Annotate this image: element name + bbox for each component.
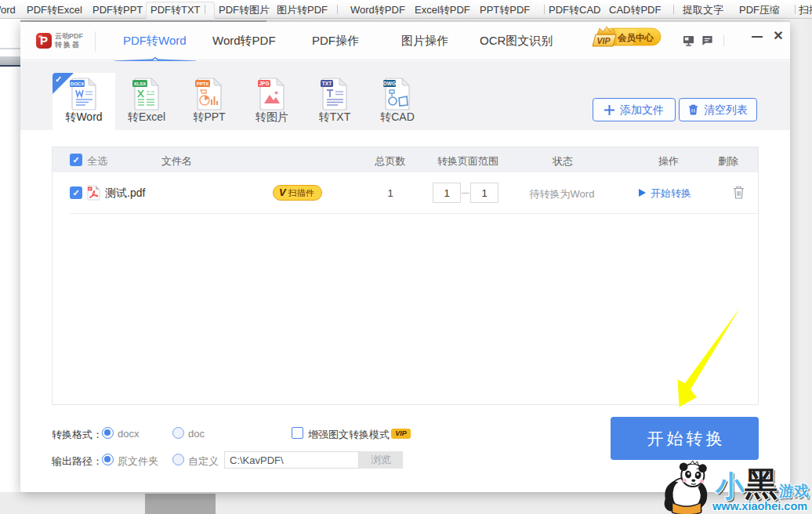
file-name: 测试.pdf — [105, 186, 145, 201]
nav-item[interactable]: PDF转Word — [0, 3, 16, 17]
image-file-icon: JPG — [258, 76, 286, 110]
radio-docx-label[interactable]: docx — [118, 428, 139, 440]
select-all-checkbox[interactable]: ✓ — [70, 154, 82, 166]
col-pages: 总页数 — [375, 154, 406, 168]
background-page-left — [0, 19, 20, 492]
background-page-right — [790, 19, 812, 492]
watermark-word3: 游戏 — [779, 481, 809, 501]
col-filename: 文件名 — [161, 154, 192, 168]
tab-pdf-operations[interactable]: PDF操作 — [312, 34, 359, 49]
minimize-button[interactable] — [749, 26, 766, 46]
nav-item[interactable]: PPT转PDF — [480, 3, 530, 17]
app-window: P 云动PDF 转换器 PDF转Word Word转PDF PDF操作 图片操作… — [20, 22, 790, 492]
browse-button[interactable]: 浏览 — [359, 451, 403, 469]
nav-item[interactable]: Excel转PDF — [415, 3, 470, 17]
output-path-label: 输出路径： — [52, 454, 103, 469]
format-tab-cad[interactable]: DWG 转CAD — [366, 61, 429, 130]
nav-item[interactable]: CAD转PDF — [609, 3, 661, 17]
format-strip: ✓ DOCX 转Word XLSX 转Excel — [20, 61, 790, 130]
vip-member-button[interactable]: 会员中心 VIP — [590, 24, 662, 49]
nav-item[interactable]: PDF转TXT — [150, 3, 201, 17]
tab-ocr[interactable]: OCR图文识别 — [480, 34, 553, 49]
nav-separator — [337, 5, 338, 14]
file-tag-label: JPG — [259, 81, 269, 86]
close-button[interactable]: ✕ — [770, 26, 787, 46]
trash-icon — [688, 104, 698, 115]
radio-original-folder[interactable] — [102, 454, 114, 465]
app-logo-text: 云动PDF 转换器 — [55, 32, 83, 49]
format-tab-txt[interactable]: TXT 转TXT — [303, 61, 366, 130]
pdf-file-icon: P — [87, 185, 100, 201]
select-all-label: 全选 — [87, 154, 107, 168]
tab-word-to-pdf[interactable]: Word转PDF — [212, 34, 276, 49]
format-tab-word[interactable]: ✓ DOCX 转Word — [53, 61, 115, 130]
radio-custom[interactable] — [172, 454, 184, 465]
vip-tag: VIP — [391, 429, 411, 439]
tab-image-operations[interactable]: 图片操作 — [401, 34, 448, 49]
radio-custom-label[interactable]: 自定义 — [188, 454, 219, 469]
radio-doc[interactable] — [172, 427, 184, 439]
radio-doc-label[interactable]: doc — [188, 428, 205, 440]
txt-file-icon: TXT — [321, 76, 349, 110]
excel-file-icon: XLSX — [132, 76, 161, 110]
row-checkbox[interactable]: ✓ — [70, 186, 82, 199]
range-from-input[interactable] — [433, 183, 461, 203]
nav-item[interactable]: 图片转PDF — [277, 3, 328, 17]
ppt-file-icon: PPTX — [195, 76, 223, 110]
add-files-button[interactable]: 添加文件 — [593, 98, 676, 121]
format-tab-image[interactable]: JPG 转图片 — [241, 61, 303, 130]
nav-separator — [205, 5, 205, 14]
nav-item[interactable]: PDF转CAD — [549, 3, 600, 17]
cad-file-icon: DWG — [383, 76, 411, 110]
file-table: ✓ 全选 文件名 总页数 转换页面范围 状态 操作 删除 ✓ P 测试.pdf … — [52, 147, 759, 405]
logo-cloud-icon — [38, 35, 42, 38]
logo-line1: 云动PDF — [55, 32, 83, 41]
nav-item[interactable]: PDF转PPT — [92, 3, 143, 17]
clear-list-button[interactable]: 清空列表 — [679, 98, 757, 121]
nav-item[interactable]: PDF转Excel — [27, 3, 82, 17]
range-dash — [462, 193, 469, 194]
delete-row-icon[interactable] — [733, 186, 745, 199]
table-row: ✓ P 测试.pdf V扫描件 1 待转换为Word 开始转换 — [53, 172, 758, 214]
range-to-input[interactable] — [470, 183, 498, 203]
divider — [723, 35, 724, 46]
radio-original-folder-label[interactable]: 原文件夹 — [118, 454, 158, 469]
file-tag-label: TXT — [322, 81, 332, 86]
col-action: 操作 — [658, 154, 679, 168]
nav-item[interactable]: 扫描件转换 — [799, 3, 812, 17]
tab-pdf-to-word[interactable]: PDF转Word — [123, 34, 187, 49]
format-tab-ppt[interactable]: PPTX 转PPT — [178, 61, 241, 130]
watermark-url: www.xiaohei.com — [712, 500, 807, 512]
message-icon[interactable] — [701, 34, 713, 46]
col-status: 状态 — [553, 154, 573, 168]
enhance-mode-checkbox[interactable] — [292, 427, 303, 439]
scanned-file-badge: V扫描件 — [273, 185, 322, 201]
format-label: 转换格式： — [52, 428, 103, 442]
format-tab-label: 转TXT — [303, 110, 366, 125]
start-convert-button[interactable]: 开始转换 — [611, 417, 759, 460]
format-tab-label: 转CAD — [366, 110, 429, 125]
format-tab-excel[interactable]: XLSX 转Excel — [115, 61, 178, 130]
nav-item[interactable]: 提取文字 — [683, 3, 723, 17]
page-count: 1 — [387, 187, 393, 199]
file-tag-label: DWG — [383, 81, 396, 86]
check-icon: ✓ — [55, 74, 62, 85]
minimize-icon — [752, 36, 763, 38]
nav-item[interactable]: PDF转图片 — [219, 3, 270, 17]
output-path-input[interactable] — [224, 451, 359, 469]
table-header: ✓ 全选 文件名 总页数 转换页面范围 状态 操作 删除 — [53, 147, 758, 172]
feedback-monitor-icon[interactable] — [683, 34, 694, 46]
file-tag-label: PPTX — [197, 81, 209, 86]
background-page-bottom-block — [145, 494, 216, 514]
col-delete: 删除 — [718, 154, 738, 168]
word-file-icon: DOCX — [70, 76, 98, 110]
nav-item[interactable]: PDF压缩 — [739, 3, 780, 17]
nav-item[interactable]: Word转PDF — [350, 3, 405, 17]
col-range: 转换页面范围 — [437, 154, 498, 168]
divider — [95, 31, 96, 52]
start-convert-link[interactable]: 开始转换 — [639, 186, 691, 201]
radio-docx[interactable] — [102, 427, 114, 439]
title-bar: P 云动PDF 转换器 PDF转Word Word转PDF PDF操作 图片操作… — [20, 22, 790, 60]
site-watermark: 小 黑 游戏 www.xiaohei.com — [655, 454, 812, 514]
badge-v-icon: V — [279, 186, 286, 198]
